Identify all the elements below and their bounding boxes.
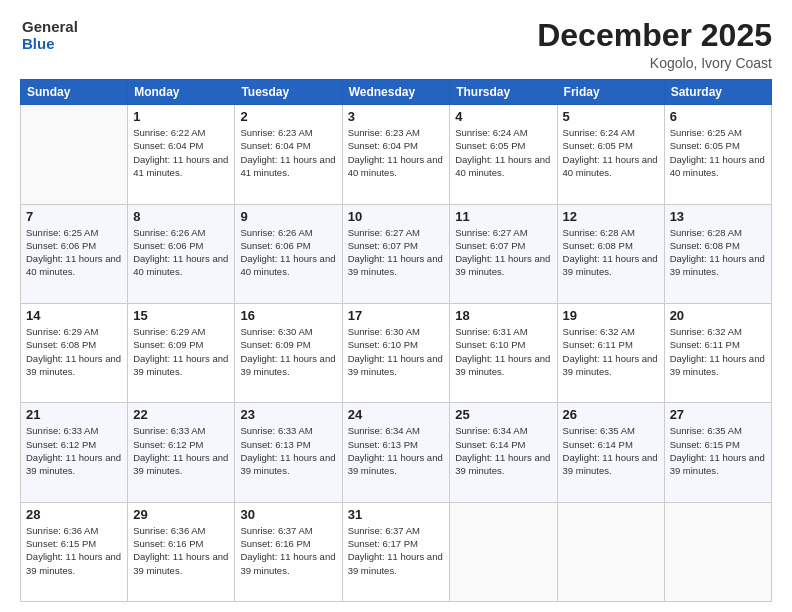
day-info: Sunrise: 6:30 AM Sunset: 6:09 PM Dayligh… — [240, 325, 336, 378]
day-info: Sunrise: 6:26 AM Sunset: 6:06 PM Dayligh… — [240, 226, 336, 279]
day-number: 8 — [133, 209, 229, 224]
day-number: 23 — [240, 407, 336, 422]
day-number: 25 — [455, 407, 551, 422]
calendar-cell-0-3: 3Sunrise: 6:23 AM Sunset: 6:04 PM Daylig… — [342, 105, 450, 204]
day-info: Sunrise: 6:23 AM Sunset: 6:04 PM Dayligh… — [348, 126, 445, 179]
calendar-cell-0-2: 2Sunrise: 6:23 AM Sunset: 6:04 PM Daylig… — [235, 105, 342, 204]
day-number: 31 — [348, 507, 445, 522]
day-info: Sunrise: 6:33 AM Sunset: 6:12 PM Dayligh… — [26, 424, 122, 477]
day-info: Sunrise: 6:33 AM Sunset: 6:12 PM Dayligh… — [133, 424, 229, 477]
day-info: Sunrise: 6:34 AM Sunset: 6:13 PM Dayligh… — [348, 424, 445, 477]
week-row-4: 21Sunrise: 6:33 AM Sunset: 6:12 PM Dayli… — [21, 403, 772, 502]
day-info: Sunrise: 6:27 AM Sunset: 6:07 PM Dayligh… — [455, 226, 551, 279]
day-number: 15 — [133, 308, 229, 323]
calendar-cell-1-4: 11Sunrise: 6:27 AM Sunset: 6:07 PM Dayli… — [450, 204, 557, 303]
week-row-2: 7Sunrise: 6:25 AM Sunset: 6:06 PM Daylig… — [21, 204, 772, 303]
weekday-header-row: Sunday Monday Tuesday Wednesday Thursday… — [21, 80, 772, 105]
location: Kogolo, Ivory Coast — [537, 55, 772, 71]
day-number: 7 — [26, 209, 122, 224]
calendar-cell-3-5: 26Sunrise: 6:35 AM Sunset: 6:14 PM Dayli… — [557, 403, 664, 502]
header-thursday: Thursday — [450, 80, 557, 105]
calendar-cell-3-2: 23Sunrise: 6:33 AM Sunset: 6:13 PM Dayli… — [235, 403, 342, 502]
week-row-5: 28Sunrise: 6:36 AM Sunset: 6:15 PM Dayli… — [21, 502, 772, 601]
day-number: 26 — [563, 407, 659, 422]
day-info: Sunrise: 6:36 AM Sunset: 6:16 PM Dayligh… — [133, 524, 229, 577]
day-number: 5 — [563, 109, 659, 124]
calendar-cell-4-5 — [557, 502, 664, 601]
calendar-cell-2-3: 17Sunrise: 6:30 AM Sunset: 6:10 PM Dayli… — [342, 303, 450, 402]
calendar-cell-1-0: 7Sunrise: 6:25 AM Sunset: 6:06 PM Daylig… — [21, 204, 128, 303]
month-title: December 2025 — [537, 18, 772, 53]
calendar-cell-4-4 — [450, 502, 557, 601]
day-info: Sunrise: 6:28 AM Sunset: 6:08 PM Dayligh… — [670, 226, 766, 279]
week-row-3: 14Sunrise: 6:29 AM Sunset: 6:08 PM Dayli… — [21, 303, 772, 402]
calendar-cell-1-1: 8Sunrise: 6:26 AM Sunset: 6:06 PM Daylig… — [128, 204, 235, 303]
day-info: Sunrise: 6:34 AM Sunset: 6:14 PM Dayligh… — [455, 424, 551, 477]
day-info: Sunrise: 6:35 AM Sunset: 6:15 PM Dayligh… — [670, 424, 766, 477]
calendar-cell-2-6: 20Sunrise: 6:32 AM Sunset: 6:11 PM Dayli… — [664, 303, 771, 402]
day-number: 9 — [240, 209, 336, 224]
day-number: 22 — [133, 407, 229, 422]
header-sunday: Sunday — [21, 80, 128, 105]
calendar-cell-1-5: 12Sunrise: 6:28 AM Sunset: 6:08 PM Dayli… — [557, 204, 664, 303]
calendar-cell-2-0: 14Sunrise: 6:29 AM Sunset: 6:08 PM Dayli… — [21, 303, 128, 402]
header-wednesday: Wednesday — [342, 80, 450, 105]
header-friday: Friday — [557, 80, 664, 105]
calendar-cell-3-4: 25Sunrise: 6:34 AM Sunset: 6:14 PM Dayli… — [450, 403, 557, 502]
day-info: Sunrise: 6:24 AM Sunset: 6:05 PM Dayligh… — [455, 126, 551, 179]
day-info: Sunrise: 6:28 AM Sunset: 6:08 PM Dayligh… — [563, 226, 659, 279]
calendar-cell-3-3: 24Sunrise: 6:34 AM Sunset: 6:13 PM Dayli… — [342, 403, 450, 502]
day-info: Sunrise: 6:27 AM Sunset: 6:07 PM Dayligh… — [348, 226, 445, 279]
calendar-cell-2-5: 19Sunrise: 6:32 AM Sunset: 6:11 PM Dayli… — [557, 303, 664, 402]
header: General Blue December 2025 Kogolo, Ivory… — [20, 18, 772, 71]
calendar-cell-0-1: 1Sunrise: 6:22 AM Sunset: 6:04 PM Daylig… — [128, 105, 235, 204]
day-number: 3 — [348, 109, 445, 124]
day-info: Sunrise: 6:22 AM Sunset: 6:04 PM Dayligh… — [133, 126, 229, 179]
day-info: Sunrise: 6:32 AM Sunset: 6:11 PM Dayligh… — [670, 325, 766, 378]
day-info: Sunrise: 6:23 AM Sunset: 6:04 PM Dayligh… — [240, 126, 336, 179]
title-section: December 2025 Kogolo, Ivory Coast — [537, 18, 772, 71]
day-info: Sunrise: 6:25 AM Sunset: 6:05 PM Dayligh… — [670, 126, 766, 179]
day-number: 6 — [670, 109, 766, 124]
calendar-cell-3-1: 22Sunrise: 6:33 AM Sunset: 6:12 PM Dayli… — [128, 403, 235, 502]
day-info: Sunrise: 6:37 AM Sunset: 6:16 PM Dayligh… — [240, 524, 336, 577]
calendar-cell-1-6: 13Sunrise: 6:28 AM Sunset: 6:08 PM Dayli… — [664, 204, 771, 303]
calendar-cell-0-6: 6Sunrise: 6:25 AM Sunset: 6:05 PM Daylig… — [664, 105, 771, 204]
day-info: Sunrise: 6:33 AM Sunset: 6:13 PM Dayligh… — [240, 424, 336, 477]
calendar-cell-4-3: 31Sunrise: 6:37 AM Sunset: 6:17 PM Dayli… — [342, 502, 450, 601]
calendar-cell-0-4: 4Sunrise: 6:24 AM Sunset: 6:05 PM Daylig… — [450, 105, 557, 204]
day-number: 17 — [348, 308, 445, 323]
calendar-cell-1-3: 10Sunrise: 6:27 AM Sunset: 6:07 PM Dayli… — [342, 204, 450, 303]
day-number: 28 — [26, 507, 122, 522]
calendar-cell-3-0: 21Sunrise: 6:33 AM Sunset: 6:12 PM Dayli… — [21, 403, 128, 502]
day-number: 19 — [563, 308, 659, 323]
day-number: 27 — [670, 407, 766, 422]
calendar-cell-4-0: 28Sunrise: 6:36 AM Sunset: 6:15 PM Dayli… — [21, 502, 128, 601]
day-info: Sunrise: 6:25 AM Sunset: 6:06 PM Dayligh… — [26, 226, 122, 279]
calendar-cell-2-4: 18Sunrise: 6:31 AM Sunset: 6:10 PM Dayli… — [450, 303, 557, 402]
day-number: 10 — [348, 209, 445, 224]
day-number: 16 — [240, 308, 336, 323]
header-tuesday: Tuesday — [235, 80, 342, 105]
header-monday: Monday — [128, 80, 235, 105]
calendar-cell-4-2: 30Sunrise: 6:37 AM Sunset: 6:16 PM Dayli… — [235, 502, 342, 601]
day-info: Sunrise: 6:36 AM Sunset: 6:15 PM Dayligh… — [26, 524, 122, 577]
day-number: 21 — [26, 407, 122, 422]
calendar-cell-4-6 — [664, 502, 771, 601]
calendar-table: Sunday Monday Tuesday Wednesday Thursday… — [20, 79, 772, 602]
logo-general-label: General — [22, 18, 78, 35]
logo-blue-label: Blue — [22, 35, 78, 52]
calendar-cell-2-1: 15Sunrise: 6:29 AM Sunset: 6:09 PM Dayli… — [128, 303, 235, 402]
day-number: 13 — [670, 209, 766, 224]
day-number: 2 — [240, 109, 336, 124]
day-info: Sunrise: 6:24 AM Sunset: 6:05 PM Dayligh… — [563, 126, 659, 179]
day-number: 29 — [133, 507, 229, 522]
day-number: 11 — [455, 209, 551, 224]
day-number: 12 — [563, 209, 659, 224]
day-info: Sunrise: 6:31 AM Sunset: 6:10 PM Dayligh… — [455, 325, 551, 378]
day-number: 1 — [133, 109, 229, 124]
day-info: Sunrise: 6:37 AM Sunset: 6:17 PM Dayligh… — [348, 524, 445, 577]
day-info: Sunrise: 6:29 AM Sunset: 6:09 PM Dayligh… — [133, 325, 229, 378]
week-row-1: 1Sunrise: 6:22 AM Sunset: 6:04 PM Daylig… — [21, 105, 772, 204]
calendar-cell-0-0 — [21, 105, 128, 204]
